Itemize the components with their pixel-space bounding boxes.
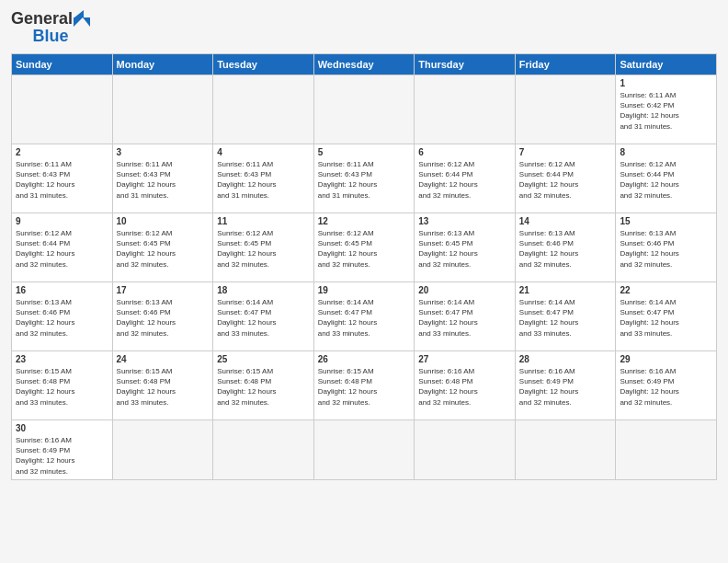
day-number: 9 xyxy=(16,216,108,226)
day-cell: 28Sunrise: 6:16 AMSunset: 6:49 PMDayligh… xyxy=(515,351,616,420)
day-info: Sunrise: 6:12 AMSunset: 6:44 PMDaylight:… xyxy=(418,159,511,201)
col-header-wednesday: Wednesday xyxy=(313,54,415,75)
day-cell: 20Sunrise: 6:14 AMSunset: 6:47 PMDayligh… xyxy=(415,282,516,351)
col-header-thursday: Thursday xyxy=(415,54,516,75)
day-info: Sunrise: 6:16 AMSunset: 6:48 PMDaylight:… xyxy=(418,366,511,408)
day-info: Sunrise: 6:15 AMSunset: 6:48 PMDaylight:… xyxy=(16,366,108,408)
day-info: Sunrise: 6:14 AMSunset: 6:47 PMDaylight:… xyxy=(418,297,511,339)
day-info: Sunrise: 6:12 AMSunset: 6:44 PMDaylight:… xyxy=(16,228,108,270)
day-info: Sunrise: 6:14 AMSunset: 6:47 PMDaylight:… xyxy=(217,297,310,339)
day-info: Sunrise: 6:12 AMSunset: 6:44 PMDaylight:… xyxy=(620,159,712,201)
day-cell: 10Sunrise: 6:12 AMSunset: 6:45 PMDayligh… xyxy=(112,213,213,282)
day-cell: 3Sunrise: 6:11 AMSunset: 6:43 PMDaylight… xyxy=(112,144,213,213)
day-cell xyxy=(213,75,314,144)
day-number: 7 xyxy=(519,147,612,157)
day-number: 16 xyxy=(16,285,108,295)
week-row-4: 23Sunrise: 6:15 AMSunset: 6:48 PMDayligh… xyxy=(12,351,717,420)
day-cell: 21Sunrise: 6:14 AMSunset: 6:47 PMDayligh… xyxy=(515,282,616,351)
day-info: Sunrise: 6:11 AMSunset: 6:43 PMDaylight:… xyxy=(16,159,108,201)
col-header-friday: Friday xyxy=(515,54,616,75)
day-info: Sunrise: 6:15 AMSunset: 6:48 PMDaylight:… xyxy=(318,366,411,408)
day-info: Sunrise: 6:12 AMSunset: 6:45 PMDaylight:… xyxy=(117,228,210,270)
day-cell xyxy=(515,75,616,144)
day-number: 21 xyxy=(519,285,612,295)
day-info: Sunrise: 6:13 AMSunset: 6:46 PMDaylight:… xyxy=(16,297,108,339)
day-number: 30 xyxy=(16,423,108,433)
day-cell xyxy=(12,75,113,144)
day-number: 14 xyxy=(519,216,612,226)
day-cell xyxy=(415,420,516,480)
day-number: 11 xyxy=(217,216,310,226)
day-cell: 22Sunrise: 6:14 AMSunset: 6:47 PMDayligh… xyxy=(616,282,717,351)
day-cell xyxy=(515,420,616,480)
day-cell xyxy=(112,420,213,480)
day-number: 24 xyxy=(117,354,210,364)
day-cell xyxy=(112,75,213,144)
day-info: Sunrise: 6:16 AMSunset: 6:49 PMDaylight:… xyxy=(16,435,108,477)
day-number: 20 xyxy=(418,285,511,295)
day-info: Sunrise: 6:11 AMSunset: 6:43 PMDaylight:… xyxy=(117,159,210,201)
calendar: SundayMondayTuesdayWednesdayThursdayFrid… xyxy=(11,53,717,480)
day-number: 13 xyxy=(418,216,511,226)
day-cell: 25Sunrise: 6:15 AMSunset: 6:48 PMDayligh… xyxy=(213,351,314,420)
day-number: 12 xyxy=(318,216,411,226)
day-number: 18 xyxy=(217,285,310,295)
day-cell: 6Sunrise: 6:12 AMSunset: 6:44 PMDaylight… xyxy=(415,144,516,213)
day-info: Sunrise: 6:16 AMSunset: 6:49 PMDaylight:… xyxy=(620,366,712,408)
day-info: Sunrise: 6:13 AMSunset: 6:46 PMDaylight:… xyxy=(620,228,712,270)
day-number: 25 xyxy=(217,354,310,364)
week-row-2: 9Sunrise: 6:12 AMSunset: 6:44 PMDaylight… xyxy=(12,213,717,282)
logo: General Blue xyxy=(11,9,90,46)
day-info: Sunrise: 6:13 AMSunset: 6:45 PMDaylight:… xyxy=(418,228,511,270)
day-info: Sunrise: 6:16 AMSunset: 6:49 PMDaylight:… xyxy=(519,366,612,408)
day-number: 23 xyxy=(16,354,108,364)
day-cell xyxy=(415,75,516,144)
col-header-tuesday: Tuesday xyxy=(213,54,314,75)
day-cell: 8Sunrise: 6:12 AMSunset: 6:44 PMDaylight… xyxy=(616,144,717,213)
day-cell: 13Sunrise: 6:13 AMSunset: 6:45 PMDayligh… xyxy=(415,213,516,282)
day-cell: 15Sunrise: 6:13 AMSunset: 6:46 PMDayligh… xyxy=(616,213,717,282)
col-header-saturday: Saturday xyxy=(616,54,717,75)
day-cell: 5Sunrise: 6:11 AMSunset: 6:43 PMDaylight… xyxy=(313,144,415,213)
day-number: 17 xyxy=(117,285,210,295)
day-info: Sunrise: 6:11 AMSunset: 6:43 PMDaylight:… xyxy=(217,159,310,201)
logo-blue: Blue xyxy=(33,27,69,46)
day-cell: 23Sunrise: 6:15 AMSunset: 6:48 PMDayligh… xyxy=(12,351,113,420)
day-number: 26 xyxy=(318,354,411,364)
day-info: Sunrise: 6:14 AMSunset: 6:47 PMDaylight:… xyxy=(318,297,411,339)
day-number: 10 xyxy=(117,216,210,226)
day-cell xyxy=(313,420,415,480)
day-info: Sunrise: 6:15 AMSunset: 6:48 PMDaylight:… xyxy=(217,366,310,408)
day-info: Sunrise: 6:13 AMSunset: 6:46 PMDaylight:… xyxy=(117,297,210,339)
day-info: Sunrise: 6:12 AMSunset: 6:45 PMDaylight:… xyxy=(318,228,411,270)
header: General Blue xyxy=(11,9,717,46)
day-cell: 11Sunrise: 6:12 AMSunset: 6:45 PMDayligh… xyxy=(213,213,314,282)
day-info: Sunrise: 6:12 AMSunset: 6:44 PMDaylight:… xyxy=(519,159,612,201)
col-header-sunday: Sunday xyxy=(12,54,113,75)
day-number: 5 xyxy=(318,147,411,157)
day-cell: 30Sunrise: 6:16 AMSunset: 6:49 PMDayligh… xyxy=(12,420,113,480)
day-info: Sunrise: 6:13 AMSunset: 6:46 PMDaylight:… xyxy=(519,228,612,270)
day-cell: 19Sunrise: 6:14 AMSunset: 6:47 PMDayligh… xyxy=(313,282,415,351)
day-info: Sunrise: 6:12 AMSunset: 6:45 PMDaylight:… xyxy=(217,228,310,270)
day-cell: 17Sunrise: 6:13 AMSunset: 6:46 PMDayligh… xyxy=(112,282,213,351)
week-row-1: 2Sunrise: 6:11 AMSunset: 6:43 PMDaylight… xyxy=(12,144,717,213)
week-row-3: 16Sunrise: 6:13 AMSunset: 6:46 PMDayligh… xyxy=(12,282,717,351)
day-info: Sunrise: 6:14 AMSunset: 6:47 PMDaylight:… xyxy=(620,297,712,339)
week-row-5: 30Sunrise: 6:16 AMSunset: 6:49 PMDayligh… xyxy=(12,420,717,480)
day-cell: 16Sunrise: 6:13 AMSunset: 6:46 PMDayligh… xyxy=(12,282,113,351)
col-header-monday: Monday xyxy=(112,54,213,75)
day-info: Sunrise: 6:14 AMSunset: 6:47 PMDaylight:… xyxy=(519,297,612,339)
day-number: 3 xyxy=(117,147,210,157)
day-number: 29 xyxy=(620,354,712,364)
day-cell xyxy=(213,420,314,480)
day-cell: 29Sunrise: 6:16 AMSunset: 6:49 PMDayligh… xyxy=(616,351,717,420)
day-info: Sunrise: 6:11 AMSunset: 6:43 PMDaylight:… xyxy=(318,159,411,201)
day-cell: 7Sunrise: 6:12 AMSunset: 6:44 PMDaylight… xyxy=(515,144,616,213)
day-number: 28 xyxy=(519,354,612,364)
day-number: 22 xyxy=(620,285,712,295)
day-cell xyxy=(313,75,415,144)
day-cell: 1Sunrise: 6:11 AMSunset: 6:42 PMDaylight… xyxy=(616,75,717,144)
day-cell: 18Sunrise: 6:14 AMSunset: 6:47 PMDayligh… xyxy=(213,282,314,351)
week-row-0: 1Sunrise: 6:11 AMSunset: 6:42 PMDaylight… xyxy=(12,75,717,144)
